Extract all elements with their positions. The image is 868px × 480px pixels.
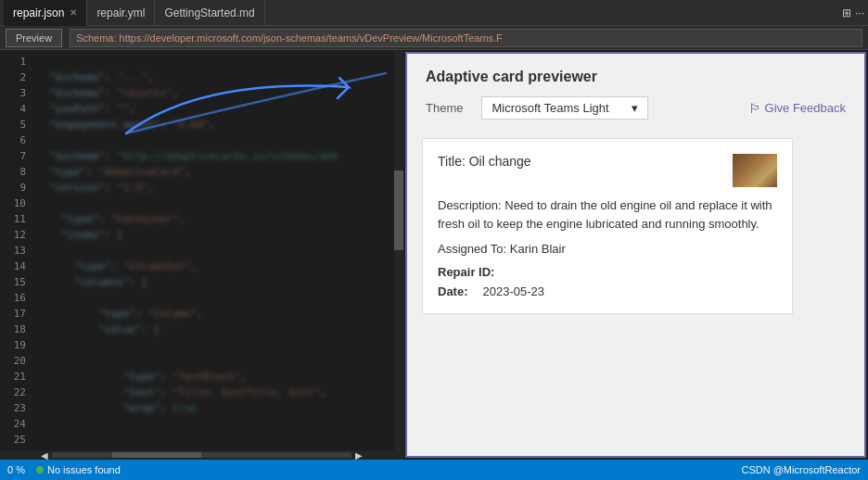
code-line: "$schema": "http://adaptivecards.io/sche… — [37, 148, 394, 164]
tab-label: repair.yml — [96, 6, 145, 19]
status-bar: 0 % No issues found CSDN @MicrosoftReact… — [0, 460, 868, 480]
code-line: "type": "ColumnSet", — [37, 259, 394, 274]
bottom-scrollbar[interactable]: ◀ ▶ — [0, 450, 403, 460]
editor-code[interactable]: "$schema": "...", "$schema": "results", … — [33, 50, 394, 450]
address-bar: Preview document.querySelector('.address… — [0, 26, 868, 50]
code-line: "wrap": true — [37, 400, 394, 416]
preview-header: Adaptive card previewer Theme Microsoft … — [407, 54, 864, 127]
code-line: "version": "1.5", — [37, 180, 394, 196]
tab-repair-yaml[interactable]: repair.yml — [87, 0, 155, 26]
card-date-row: Date: 2023-05-23 — [438, 284, 777, 298]
code-line — [37, 353, 394, 369]
card-date-label: Date: — [438, 284, 468, 298]
editor-pane: 12345 678910 1112131415 1617181920 21222… — [0, 50, 403, 460]
scroll-left-icon[interactable]: ◀ — [37, 450, 52, 461]
code-line: "type": "Column", — [37, 306, 394, 322]
code-line: "$schema": "results", — [37, 85, 394, 101]
zoom-level: 0 % — [7, 464, 25, 475]
issues-status: No issues found — [36, 464, 121, 475]
tab-actions: ⊞ ··· — [842, 6, 864, 19]
card-title: Title: Oil change — [438, 154, 531, 169]
code-line — [37, 243, 394, 259]
more-icon[interactable]: ··· — [855, 6, 864, 19]
preview-title: Adaptive card previewer — [426, 69, 846, 85]
main-content: 12345 678910 1112131415 1617181920 21222… — [0, 50, 868, 460]
issues-label: No issues found — [47, 464, 121, 475]
code-line: "value": [ — [37, 322, 394, 337]
code-line — [37, 337, 394, 353]
tab-getting-started[interactable]: GettingStarted.md — [155, 0, 264, 26]
tab-label: GettingStarted.md — [164, 6, 254, 19]
preview-button[interactable]: Preview — [6, 29, 62, 47]
close-icon[interactable]: ✕ — [70, 7, 77, 18]
code-line: "engagement.agent": "5,60", — [37, 117, 394, 133]
adaptive-card-preview-pane: Adaptive card previewer Theme Microsoft … — [405, 52, 866, 458]
feedback-icon: 🏳 — [748, 101, 761, 116]
code-line — [37, 448, 394, 450]
code-line — [37, 290, 394, 306]
theme-value: Microsoft Teams Light — [491, 101, 608, 115]
split-editor-icon[interactable]: ⊞ — [842, 6, 851, 19]
scroll-right-icon[interactable]: ▶ — [351, 450, 366, 461]
code-line: "$schema": "...", — [37, 69, 394, 85]
card-image — [733, 154, 777, 187]
tab-bar: repair.json ✕ repair.yml GettingStarted.… — [0, 0, 868, 26]
code-line: "columns": [ — [37, 274, 394, 290]
status-dot-icon — [36, 466, 44, 474]
card-title-row: Title: Oil change — [438, 154, 777, 187]
scrollbar-thumb[interactable] — [394, 171, 403, 250]
card-assigned-to: Assigned To: Karin Blair — [438, 242, 777, 256]
code-line: "type": "TextBlock", — [37, 369, 394, 385]
vertical-scrollbar[interactable] — [394, 50, 403, 450]
adaptive-card: Title: Oil change Description: Need to d… — [422, 138, 793, 314]
theme-row: Theme Microsoft Teams Light ▾ 🏳 Give Fee… — [426, 96, 846, 120]
scroll-thumb[interactable] — [112, 452, 202, 458]
card-repair-id-label: Repair ID: — [438, 265, 777, 279]
card-description: Description: Need to drain the old engin… — [438, 196, 777, 233]
code-line: "youPath": "", — [37, 101, 394, 117]
feedback-link[interactable]: 🏳 Give Feedback — [748, 101, 846, 116]
code-line: "text": "Title: $infTitle, &tit", — [37, 385, 394, 400]
theme-label: Theme — [426, 101, 463, 115]
tab-repair-json[interactable]: repair.json ✕ — [4, 0, 87, 26]
schema-address-input[interactable] — [70, 29, 862, 47]
card-image-inner — [733, 154, 777, 187]
feedback-label: Give Feedback — [765, 101, 846, 115]
tab-label: repair.json — [13, 6, 64, 19]
code-line — [37, 133, 394, 148]
chevron-down-icon: ▾ — [632, 101, 638, 115]
card-area: Title: Oil change Description: Need to d… — [407, 127, 864, 456]
code-line: "items": [ — [37, 227, 394, 243]
scroll-track[interactable] — [52, 452, 351, 458]
code-line — [37, 432, 394, 448]
code-line — [37, 196, 394, 211]
card-date-value: 2023-05-23 — [483, 284, 545, 298]
theme-select-dropdown[interactable]: Microsoft Teams Light ▾ — [481, 96, 648, 120]
code-line: "type": "Container", — [37, 211, 394, 227]
code-line: "type": "AdaptiveCard", — [37, 164, 394, 180]
branding-label: CSDN @MicrosoftReactor — [741, 464, 861, 475]
line-numbers: 12345 678910 1112131415 1617181920 21222… — [0, 50, 33, 450]
code-line — [37, 416, 394, 432]
code-line — [37, 54, 394, 69]
